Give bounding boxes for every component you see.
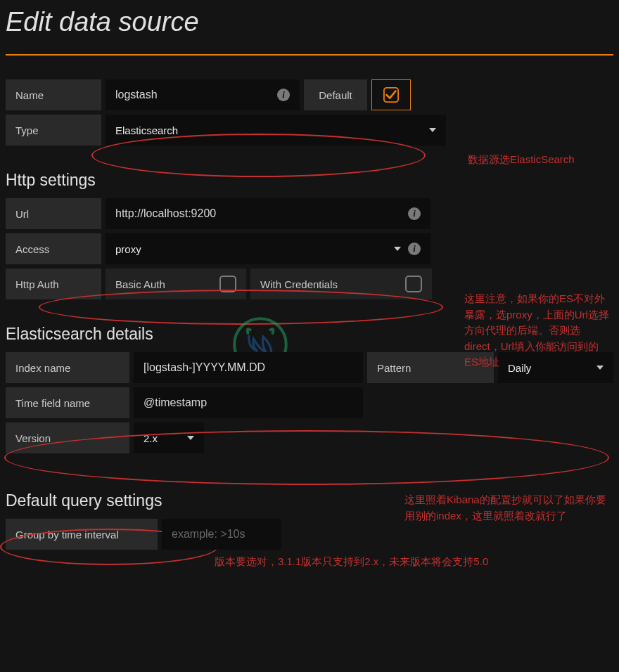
annotation-version: 版本要选对，3.1.1版本只支持到2.x，未来版本将会支持5.0 (215, 554, 488, 570)
version-select[interactable]: 2.x (134, 422, 204, 453)
timefield-row: Time field name (6, 387, 613, 418)
url-label: Url (6, 198, 101, 229)
basic-auth-wrap: Basic Auth (106, 269, 246, 299)
type-value: Elasticsearch (115, 124, 178, 136)
type-select[interactable]: Elasticsearch (106, 115, 446, 146)
http-auth-label: Http Auth (6, 269, 101, 299)
info-icon[interactable] (408, 243, 421, 255)
default-label: Default (304, 79, 367, 110)
access-row: Access proxy (6, 233, 613, 264)
url-input[interactable] (115, 198, 408, 229)
name-label: Name (6, 79, 101, 110)
info-icon[interactable] (408, 207, 421, 220)
check-icon (383, 87, 399, 103)
url-input-wrap[interactable] (106, 198, 430, 229)
chevron-down-icon (187, 436, 194, 440)
access-label: Access (6, 233, 101, 264)
page-title: Edit data source (6, 0, 613, 56)
annotation-index: 这里照着Kibana的配置抄就可以了如果你要用别的index，这里就照着改就行了 (404, 492, 608, 524)
basic-auth-checkbox[interactable] (219, 276, 236, 292)
default-checkbox[interactable] (371, 79, 411, 110)
index-label: Index name (6, 352, 129, 383)
group-by-input-wrap[interactable] (162, 519, 281, 550)
timefield-input[interactable] (143, 387, 353, 418)
group-by-input[interactable] (172, 519, 272, 550)
chevron-down-icon (394, 247, 401, 251)
url-row: Url (6, 198, 613, 229)
version-label: Version (6, 422, 129, 453)
basic-auth-label: Basic Auth (115, 278, 165, 290)
with-credentials-label: With Credentials (260, 278, 338, 290)
version-row: Version 2.x (6, 422, 613, 453)
version-value: 2.x (143, 432, 158, 444)
chevron-down-icon (429, 128, 436, 132)
access-select[interactable]: proxy (106, 233, 430, 264)
with-credentials-wrap: With Credentials (250, 269, 432, 299)
http-settings-title: Http settings (6, 171, 613, 190)
type-row: Type Elasticsearch (6, 115, 613, 146)
type-label: Type (6, 115, 101, 146)
name-input[interactable] (115, 79, 277, 110)
annotation-type: 数据源选ElasticSearch (468, 152, 575, 168)
group-by-label: Group by time interval (6, 519, 158, 550)
index-input[interactable] (143, 352, 353, 383)
timefield-label: Time field name (6, 387, 129, 418)
name-row: Name Default (6, 79, 613, 110)
access-value: proxy (115, 243, 141, 255)
info-icon[interactable] (277, 89, 290, 101)
name-input-wrap[interactable] (106, 79, 300, 110)
index-input-wrap[interactable] (134, 352, 363, 383)
timefield-input-wrap[interactable] (134, 387, 363, 418)
with-credentials-checkbox[interactable] (405, 276, 422, 292)
annotation-access: 这里注意，如果你的ES不对外暴露，选proxy，上面的Url选择方向代理的后端。… (464, 291, 612, 370)
